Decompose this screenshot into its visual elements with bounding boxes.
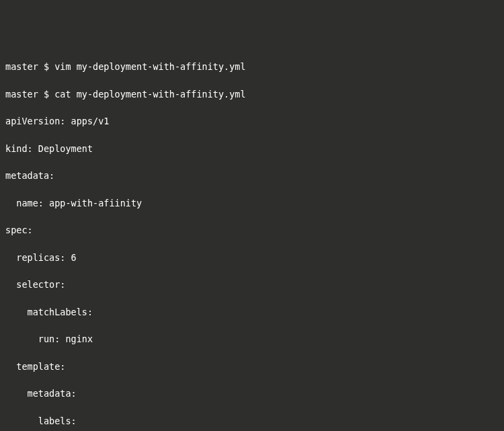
terminal-line: run: nginx	[5, 332, 499, 346]
terminal-line: master $ cat my-deployment-with-affinity…	[5, 87, 499, 101]
terminal-line: replicas: 6	[5, 251, 499, 264]
terminal-line: spec:	[5, 223, 499, 237]
terminal-line: master $ vim my-deployment-with-affinity…	[5, 60, 499, 73]
terminal-line: matchLabels:	[5, 305, 499, 319]
terminal-line: selector:	[5, 278, 499, 291]
terminal-line: metadata:	[5, 387, 499, 400]
terminal-line: labels:	[5, 414, 499, 428]
terminal-line: template:	[5, 360, 499, 373]
terminal-line: kind: Deployment	[5, 142, 499, 155]
terminal-line: metadata:	[5, 169, 499, 182]
terminal-line: apiVersion: apps/v1	[5, 114, 499, 128]
terminal-line: name: app-with-afiinity	[5, 196, 499, 210]
